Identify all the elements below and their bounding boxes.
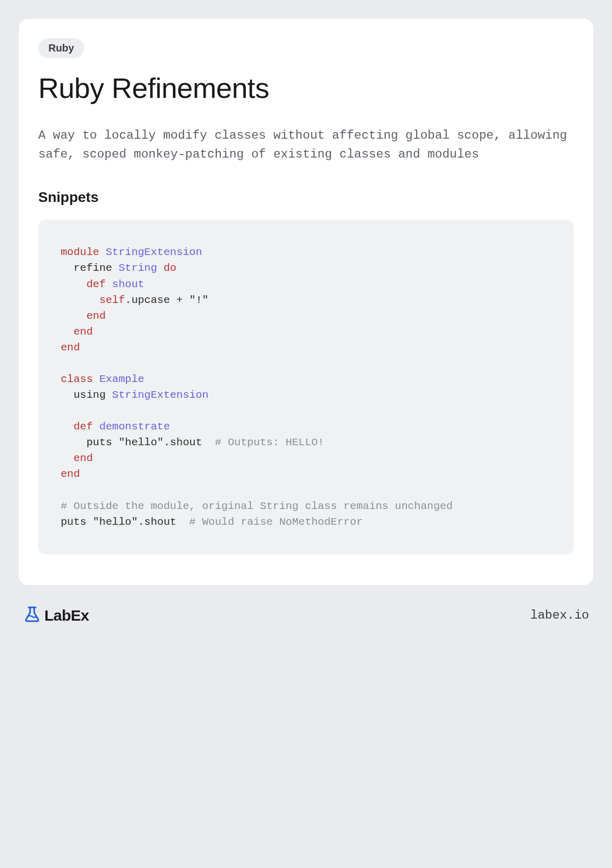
page-title: Ruby Refinements	[38, 71, 574, 105]
language-tag: Ruby	[38, 38, 84, 58]
footer-url: labex.io	[530, 608, 589, 622]
content-card: Ruby Ruby Refinements A way to locally m…	[19, 19, 593, 585]
code-snippet: module StringExtension refine String do …	[38, 220, 574, 554]
page-footer: LabEx labex.io	[19, 600, 593, 626]
brand-logo: LabEx	[23, 605, 89, 626]
description-text: A way to locally modify classes without …	[38, 126, 574, 164]
flask-icon	[23, 605, 41, 626]
brand-name: LabEx	[44, 607, 89, 624]
snippets-heading: Snippets	[38, 189, 574, 206]
